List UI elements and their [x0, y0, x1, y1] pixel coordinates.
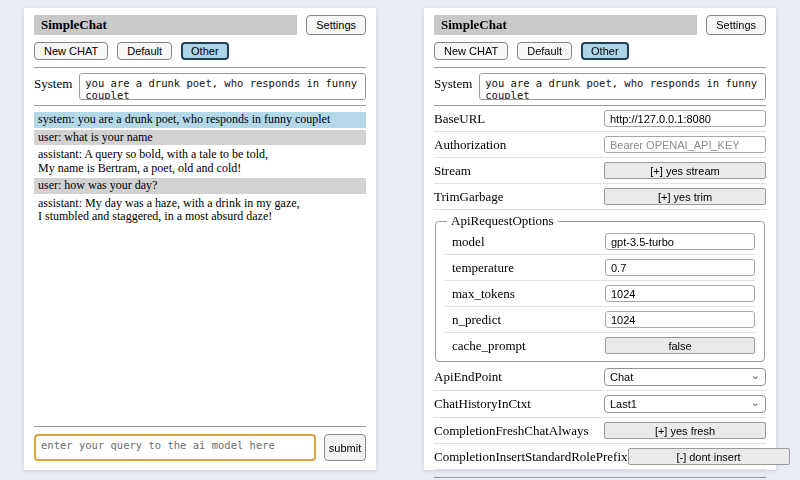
setting-row-temperature: temperature [445, 255, 755, 281]
settings-panel: SimpleChat Settings New CHAT Default Oth… [424, 8, 776, 470]
system-prompt-row: System you are a drunk poet, who respond… [434, 73, 766, 100]
api-request-options-legend: ApiRequestOptions [447, 213, 558, 229]
authorization-label: Authorization [434, 137, 506, 153]
role-prefix-toggle-button[interactable]: [-] dont insert [628, 448, 790, 465]
chat-message-assistant: assistant: My day was a haze, with a dri… [34, 196, 366, 225]
chat-history-select[interactable]: Last1 ⌄ [604, 395, 766, 413]
n-predict-label: n_predict [452, 312, 501, 328]
system-prompt-input[interactable]: you are a drunk poet, who responds in fu… [79, 73, 366, 100]
chat-history-selected-value: Last1 [610, 398, 637, 410]
divider [34, 105, 366, 106]
trimgarbage-label: TrimGarbage [434, 189, 504, 205]
setting-row-n-predict: n_predict [445, 307, 755, 333]
api-endpoint-label: ApiEndPoint [434, 369, 502, 385]
chat-message-user: user: how was your day? [34, 178, 366, 194]
query-section: submit [434, 470, 766, 480]
setting-row-chat-history: ChatHistoryInCtxt Last1 ⌄ [434, 391, 766, 418]
temperature-label: temperature [452, 260, 514, 276]
authorization-input[interactable] [604, 136, 766, 153]
settings-button[interactable]: Settings [706, 15, 766, 35]
fresh-chat-label: CompletionFreshChatAlways [434, 423, 589, 439]
api-endpoint-select[interactable]: Chat ⌄ [604, 368, 766, 386]
stream-label: Stream [434, 163, 471, 179]
chat-message-user: user: what is your name [34, 130, 366, 146]
chevron-down-icon: ⌄ [751, 398, 760, 406]
divider [434, 67, 766, 68]
session-tab-other[interactable]: Other [581, 42, 629, 60]
chat-history-label: ChatHistoryInCtxt [434, 396, 531, 412]
app-title: SimpleChat [434, 15, 697, 35]
settings-toolbar: New CHAT Default Other [434, 42, 766, 60]
chevron-down-icon: ⌄ [751, 371, 760, 379]
temperature-input[interactable] [605, 259, 755, 276]
new-chat-button[interactable]: New CHAT [34, 42, 108, 60]
role-prefix-label: CompletionInsertStandardRolePrefix [434, 449, 628, 465]
setting-row-stream: Stream [+] yes stream [434, 158, 766, 184]
n-predict-input[interactable] [605, 311, 755, 328]
chat-panel: SimpleChat Settings New CHAT Default Oth… [24, 8, 376, 470]
session-tab-default[interactable]: Default [517, 42, 572, 60]
api-endpoint-selected-value: Chat [610, 371, 633, 383]
system-prompt-input[interactable]: you are a drunk poet, who responds in fu… [479, 73, 766, 100]
chat-message-assistant: assistant: A query so bold, with a tale … [34, 147, 366, 176]
cache-prompt-toggle-button[interactable]: false [605, 337, 755, 354]
cache-prompt-label: cache_prompt [452, 338, 526, 354]
page-background: SimpleChat Settings New CHAT Default Oth… [0, 0, 800, 480]
chat-log: system: you are a drunk poet, who respon… [34, 112, 366, 227]
settings-button[interactable]: Settings [306, 15, 366, 35]
divider [34, 426, 366, 427]
divider [34, 67, 366, 68]
setting-row-api-endpoint: ApiEndPoint Chat ⌄ [434, 364, 766, 391]
baseurl-label: BaseURL [434, 111, 485, 127]
chat-toolbar: New CHAT Default Other [34, 42, 366, 60]
stream-toggle-button[interactable]: [+] yes stream [604, 162, 766, 179]
system-label: System [34, 73, 72, 92]
new-chat-button[interactable]: New CHAT [434, 42, 508, 60]
api-request-options-group: ApiRequestOptions model temperature max_… [435, 213, 765, 362]
divider [434, 477, 766, 478]
query-input[interactable] [34, 434, 316, 461]
setting-row-role-prefix: CompletionInsertStandardRolePrefix [-] d… [434, 444, 766, 470]
query-bar: submit [34, 434, 366, 461]
setting-row-cache-prompt: cache_prompt false [445, 333, 755, 358]
setting-row-model: model [445, 229, 755, 255]
max-tokens-label: max_tokens [452, 286, 515, 302]
app-title: SimpleChat [34, 15, 297, 35]
session-tab-other[interactable]: Other [181, 42, 229, 60]
trimgarbage-toggle-button[interactable]: [+] yes trim [604, 188, 766, 205]
session-tab-default[interactable]: Default [117, 42, 172, 60]
model-input[interactable] [605, 233, 755, 250]
query-section: submit [34, 419, 366, 461]
setting-row-authorization: Authorization [434, 132, 766, 158]
submit-button[interactable]: submit [324, 434, 366, 461]
setting-row-trimgarbage: TrimGarbage [+] yes trim [434, 184, 766, 210]
system-label: System [434, 73, 472, 92]
setting-row-baseurl: BaseURL [434, 106, 766, 132]
settings-header: SimpleChat Settings [434, 15, 766, 35]
baseurl-input[interactable] [604, 110, 766, 127]
chat-header: SimpleChat Settings [34, 15, 366, 35]
fresh-chat-toggle-button[interactable]: [+] yes fresh [604, 422, 766, 439]
max-tokens-input[interactable] [605, 285, 755, 302]
chat-message-system: system: you are a drunk poet, who respon… [34, 112, 366, 128]
setting-row-max-tokens: max_tokens [445, 281, 755, 307]
system-prompt-row: System you are a drunk poet, who respond… [34, 73, 366, 100]
model-label: model [452, 234, 485, 250]
setting-row-fresh-chat: CompletionFreshChatAlways [+] yes fresh [434, 418, 766, 444]
